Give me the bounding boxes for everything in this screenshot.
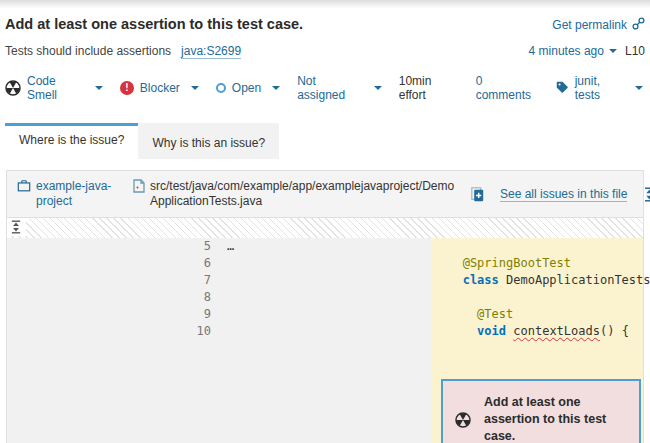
- code-token: contextLoads: [513, 324, 600, 338]
- code-token: class: [441, 273, 499, 287]
- project-link[interactable]: example-java-project: [17, 179, 124, 209]
- code-table-body: 5…6 @SpringBootTest7 class DemoApplicati…: [7, 218, 643, 443]
- file-path-group: src/test/java/com/example/app/examplejav…: [133, 179, 462, 209]
- issue-row: Add at least one assertion to this test …: [7, 340, 643, 443]
- code-line-row: 8: [7, 289, 643, 306]
- code-line-row: 5…: [7, 238, 643, 255]
- code-line-row: 6 @SpringBootTest: [7, 255, 643, 272]
- issue-detail-page: Add at least one assertion to this test …: [0, 16, 650, 443]
- code-content: [431, 289, 643, 306]
- line-number[interactable]: 5: [7, 238, 219, 255]
- expand-file-icon[interactable]: [643, 187, 650, 202]
- issue-message: Add at least one assertion to this test …: [484, 394, 627, 443]
- code-table: 5…6 @SpringBootTest7 class DemoApplicati…: [7, 218, 643, 443]
- code-smell-icon: [455, 412, 471, 428]
- tab-bar: Where is the issue?Why is this an issue?: [5, 123, 645, 159]
- code-token: () {: [600, 324, 629, 338]
- line-marker: [219, 306, 431, 323]
- tag-icon: [555, 80, 569, 97]
- code-token: void: [441, 324, 506, 338]
- code-token: @Test: [441, 307, 513, 321]
- blocker-icon: !: [120, 81, 134, 95]
- code-content: class DemoApplicationTests {: [431, 272, 643, 289]
- top-shadow: [0, 0, 650, 8]
- issue-message-box[interactable]: Add at least one assertion to this test …: [441, 379, 641, 443]
- changelog-dropdown[interactable]: 4 minutes ago: [529, 44, 617, 58]
- line-number[interactable]: 8: [7, 289, 219, 306]
- code-smell-icon: [5, 80, 21, 96]
- code-line-row: 7 class DemoApplicationTests {: [7, 272, 643, 289]
- get-permalink-link[interactable]: Get permalink: [552, 17, 645, 33]
- status-dropdown[interactable]: Open: [216, 81, 280, 95]
- source-panel: example-java-project src/test/java/com/e…: [6, 170, 644, 443]
- line-reference: L10: [625, 44, 645, 58]
- title-row: Add at least one assertion to this test …: [5, 16, 645, 33]
- see-all-issues-link[interactable]: See all issues in this file: [500, 187, 627, 202]
- issue-row-gutter: [7, 340, 431, 443]
- rule-row: Tests should include assertions java:S26…: [5, 44, 645, 59]
- issue-toolbar: Code Smell ! Blocker Open Not assigned 1…: [5, 74, 645, 102]
- line-marker: [219, 255, 431, 272]
- hatch-area: [7, 218, 643, 238]
- permalink-icon: [632, 17, 645, 33]
- line-marker: [219, 323, 431, 340]
- effort-label: 10min effort: [399, 74, 459, 102]
- project-name: example-java-project: [36, 179, 124, 209]
- tab-why-is-this-an-issue[interactable]: Why is this an issue?: [138, 123, 279, 159]
- tab-where-is-the-issue[interactable]: Where is the issue?: [5, 123, 138, 159]
- chevron-down-icon: [272, 86, 280, 90]
- line-number[interactable]: 6: [7, 255, 219, 272]
- chevron-down-icon: [635, 86, 643, 90]
- chevron-down-icon: [191, 86, 199, 90]
- line-marker: [219, 289, 431, 306]
- project-icon: [17, 179, 31, 209]
- code-token: DemoApplicationTests {: [499, 273, 650, 287]
- rule-key-link[interactable]: java:S2699: [181, 44, 241, 59]
- code-content: @SpringBootTest: [431, 255, 643, 272]
- code-token: @SpringBootTest: [441, 256, 571, 270]
- code-line-row: 10 void contextLoads() {: [7, 323, 643, 340]
- line-number[interactable]: 7: [7, 272, 219, 289]
- assignee-dropdown[interactable]: Not assigned: [297, 74, 382, 102]
- file-icon: [133, 179, 145, 209]
- expand-lines-row: [7, 218, 643, 238]
- issue-cell: Add at least one assertion to this test …: [431, 340, 643, 443]
- line-number[interactable]: 10: [7, 323, 219, 340]
- permalink-label: Get permalink: [552, 18, 627, 32]
- chevron-down-icon: [374, 86, 382, 90]
- expand-ellipsis[interactable]: …: [219, 238, 431, 255]
- type-dropdown[interactable]: Code Smell: [5, 74, 103, 102]
- code-content: @Test: [431, 306, 643, 323]
- rule-description: Tests should include assertions: [5, 44, 171, 58]
- pin-file-icon[interactable]: [471, 187, 484, 202]
- expand-lines-icon[interactable]: [7, 218, 26, 236]
- code-line-row: 9 @Test: [7, 306, 643, 323]
- line-number[interactable]: 9: [7, 306, 219, 323]
- file-header: example-java-project src/test/java/com/e…: [7, 171, 643, 218]
- tags-dropdown[interactable]: junit, tests: [555, 74, 643, 102]
- chevron-down-icon: [95, 86, 103, 90]
- page-title: Add at least one assertion to this test …: [5, 16, 303, 32]
- severity-dropdown[interactable]: ! Blocker: [120, 81, 199, 95]
- open-status-icon: [216, 83, 226, 93]
- line-marker: [219, 272, 431, 289]
- chevron-down-icon: [609, 49, 617, 53]
- file-path: src/test/java/com/example/app/examplejav…: [150, 179, 462, 209]
- code-content: [431, 238, 643, 255]
- comments-link[interactable]: 0 comments: [476, 74, 538, 102]
- code-content: void contextLoads() {: [431, 323, 643, 340]
